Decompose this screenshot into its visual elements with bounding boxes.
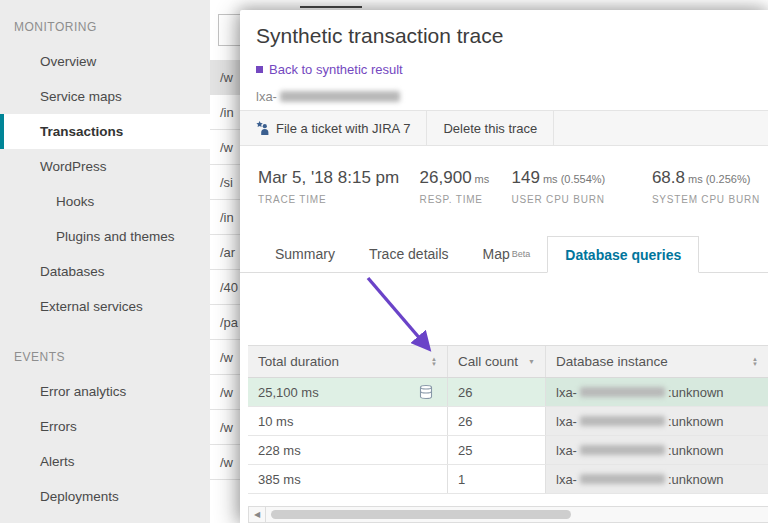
- stat-value: Mar 5, '18 8:15 pm: [258, 168, 399, 187]
- cell-call-count: 26: [447, 378, 545, 406]
- column-header-total-duration[interactable]: Total duration ▲▼: [248, 346, 447, 377]
- jira-icon: [256, 121, 269, 135]
- instance-suffix: :unknown: [668, 472, 724, 487]
- instance-suffix: :unknown: [668, 414, 724, 429]
- stat-resp-time: 26,900ms RESP. TIME: [420, 168, 512, 205]
- redacted-text: [580, 474, 665, 484]
- file-ticket-button[interactable]: File a ticket with JIRA 7: [240, 111, 427, 145]
- redacted-text: [280, 91, 400, 102]
- back-link-label: Back to synthetic result: [269, 62, 403, 77]
- cell-database-instance: lxa- :unknown: [545, 436, 768, 464]
- tab-trace-details[interactable]: Trace details: [352, 236, 466, 272]
- sidebar-section-events: EVENTS: [0, 342, 210, 374]
- scrollbar-thumb[interactable]: [271, 510, 571, 519]
- back-icon: [256, 66, 263, 73]
- table-row[interactable]: 228 ms 25 lxa- :unknown: [248, 436, 768, 465]
- scroll-left-arrow-icon[interactable]: ◀: [249, 507, 266, 522]
- stat-label: USER CPU BURN: [512, 194, 652, 205]
- sidebar-item-wordpress[interactable]: WordPress: [0, 149, 210, 184]
- delete-trace-button[interactable]: Delete this trace: [427, 111, 554, 145]
- synthetic-trace-modal: Synthetic transaction trace Back to synt…: [240, 10, 768, 523]
- tab-map-label: Map: [483, 246, 510, 262]
- redacted-text: [580, 445, 665, 455]
- cell-call-count: 25: [447, 436, 545, 464]
- instance-prefix: lxa-: [556, 472, 577, 487]
- stat-label: RESP. TIME: [420, 194, 512, 205]
- cell-total-duration: 385 ms: [248, 465, 447, 493]
- tab-map[interactable]: Map Beta: [466, 236, 548, 272]
- cell-total-duration: 228 ms: [248, 436, 447, 464]
- column-header-label: Database instance: [556, 354, 668, 369]
- table-header-row: Total duration ▲▼ Call count ▼ Database …: [248, 346, 768, 378]
- table-row[interactable]: 385 ms 1 lxa- :unknown: [248, 465, 768, 494]
- trace-name: lxa-: [256, 89, 403, 104]
- column-header-call-count[interactable]: Call count ▼: [447, 346, 545, 377]
- duration-value: 25,100 ms: [258, 385, 319, 400]
- database-icon[interactable]: [419, 384, 433, 400]
- cell-call-count: 1: [447, 465, 545, 493]
- sidebar-item-error-analytics[interactable]: Error analytics: [0, 374, 210, 409]
- sidebar-item-overview[interactable]: Overview: [0, 44, 210, 79]
- database-queries-table: Total duration ▲▼ Call count ▼ Database …: [248, 345, 768, 494]
- sidebar: MONITORING Overview Service maps Transac…: [0, 0, 210, 523]
- tab-database-queries[interactable]: Database queries: [547, 236, 699, 273]
- table-row[interactable]: 25,100 ms 26 lxa- :unknown: [248, 378, 768, 407]
- cell-total-duration: 10 ms: [248, 407, 447, 435]
- table-row[interactable]: 10 ms 26 lxa- :unknown: [248, 407, 768, 436]
- trace-name-prefix: lxa-: [256, 89, 277, 104]
- cell-database-instance: lxa- :unknown: [545, 465, 768, 493]
- tab-summary[interactable]: Summary: [258, 236, 352, 272]
- sidebar-item-transactions[interactable]: Transactions: [0, 114, 210, 149]
- horizontal-scrollbar[interactable]: ◀: [248, 506, 768, 523]
- column-header-label: Total duration: [258, 354, 339, 369]
- sidebar-item-alerts[interactable]: Alerts: [0, 444, 210, 479]
- stat-suffix: ms: [475, 173, 490, 185]
- instance-prefix: lxa-: [556, 414, 577, 429]
- cell-total-duration: 25,100 ms: [248, 378, 447, 406]
- column-header-label: Call count: [458, 354, 518, 369]
- sidebar-item-deployments[interactable]: Deployments: [0, 479, 210, 514]
- back-link[interactable]: Back to synthetic result: [256, 62, 403, 77]
- app-screen: /w /in /w /si /in /ar /40 /pa /w /w /w /…: [0, 0, 768, 523]
- sort-icon[interactable]: ▲▼: [752, 357, 758, 367]
- action-bar: File a ticket with JIRA 7 Delete this tr…: [240, 110, 768, 146]
- sidebar-item-plugins-and-themes[interactable]: Plugins and themes: [0, 219, 210, 254]
- page-title: Synthetic transaction trace: [256, 24, 503, 48]
- tab-map-beta-badge: Beta: [512, 249, 531, 259]
- instance-suffix: :unknown: [668, 385, 724, 400]
- sidebar-section-monitoring: MONITORING: [0, 12, 210, 44]
- column-header-database-instance[interactable]: Database instance ▲▼: [545, 346, 768, 377]
- sidebar-item-external-services[interactable]: External services: [0, 289, 210, 324]
- sidebar-item-errors[interactable]: Errors: [0, 409, 210, 444]
- sidebar-item-databases[interactable]: Databases: [0, 254, 210, 289]
- stat-label: SYSTEM CPU BURN: [652, 194, 760, 205]
- stat-label: TRACE TIME: [258, 194, 420, 205]
- delete-trace-label: Delete this trace: [443, 121, 537, 136]
- cell-database-instance: lxa- :unknown: [545, 407, 768, 435]
- sort-icon[interactable]: ▲▼: [431, 357, 437, 367]
- stat-value: 68.8: [652, 168, 685, 187]
- stat-value: 26,900: [420, 168, 472, 187]
- stat-user-cpu-burn: 149ms (0.554%) USER CPU BURN: [512, 168, 652, 205]
- sidebar-item-service-maps[interactable]: Service maps: [0, 79, 210, 114]
- cell-call-count: 26: [447, 407, 545, 435]
- stat-value: 149: [512, 168, 540, 187]
- tabs: Summary Trace details Map Beta Database …: [240, 236, 768, 273]
- stat-suffix: ms (0.256%): [688, 173, 750, 185]
- redacted-text: [580, 387, 665, 397]
- stat-trace-time: Mar 5, '18 8:15 pm TRACE TIME: [258, 168, 420, 205]
- instance-prefix: lxa-: [556, 443, 577, 458]
- instance-suffix: :unknown: [668, 443, 724, 458]
- instance-prefix: lxa-: [556, 385, 577, 400]
- sidebar-item-hooks[interactable]: Hooks: [0, 184, 210, 219]
- stats-row: Mar 5, '18 8:15 pm TRACE TIME 26,900ms R…: [258, 168, 760, 205]
- redacted-text: [580, 416, 665, 426]
- sort-icon[interactable]: ▼: [528, 358, 535, 365]
- cell-database-instance: lxa- :unknown: [545, 378, 768, 406]
- stat-system-cpu-burn: 68.8ms (0.256%) SYSTEM CPU BURN: [652, 168, 760, 205]
- file-ticket-label: File a ticket with JIRA 7: [276, 121, 410, 136]
- stat-suffix: ms (0.554%): [543, 173, 605, 185]
